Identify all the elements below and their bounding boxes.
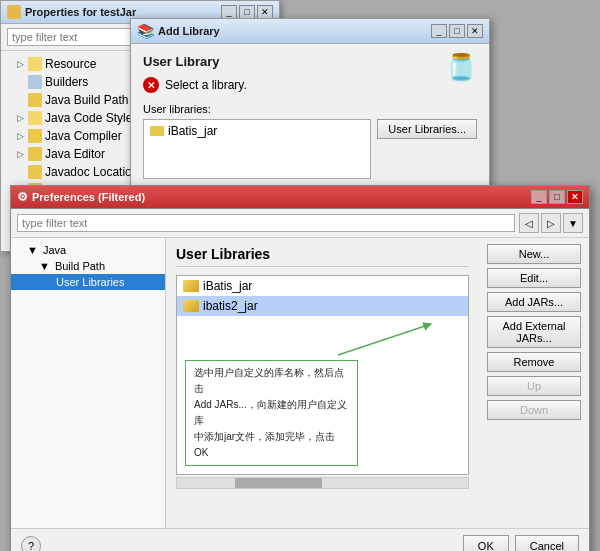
add-library-win-controls: _ □ ✕	[431, 24, 483, 38]
nav-forward-button[interactable]: ▷	[541, 213, 561, 233]
add-library-section-title: User Library	[143, 54, 477, 69]
lib-item-ibatis2-jar-label: ibatis2_jar	[203, 299, 258, 313]
pref-maximize[interactable]: □	[549, 190, 565, 204]
add-external-jars-button[interactable]: Add External JARs...	[487, 316, 581, 348]
ibatis-jar-icon	[183, 280, 199, 292]
preferences-titlebar: ⚙ Preferences (Filtered) _ □ ✕	[11, 186, 589, 209]
add-library-titlebar: 📚 Add Library _ □ ✕	[131, 19, 489, 44]
help-button[interactable]: ?	[21, 536, 41, 551]
javadoc-location-icon	[28, 165, 42, 179]
jar-icon: 🫙	[445, 52, 477, 83]
remove-library-button[interactable]: Remove	[487, 352, 581, 372]
nav-dropdown-button[interactable]: ▼	[563, 213, 583, 233]
tree-label-resource: Resource	[45, 57, 96, 71]
add-library-list-item[interactable]: iBatis_jar	[146, 122, 368, 140]
add-library-title-text: Add Library	[158, 25, 220, 37]
resource-icon	[28, 57, 42, 71]
lib-item-ibatis2-jar[interactable]: ibatis2_jar	[177, 296, 468, 316]
pref-minimize[interactable]: _	[531, 190, 547, 204]
tree-label-java-build-path: Java Build Path	[45, 93, 128, 107]
add-library-minimize[interactable]: _	[431, 24, 447, 38]
maximize-button[interactable]: □	[239, 5, 255, 19]
add-library-list: iBatis_jar	[143, 119, 371, 179]
build-path-arrow: ▼	[39, 260, 50, 272]
java-arrow: ▼	[27, 244, 38, 256]
preferences-win-controls: _ □ ✕	[531, 190, 583, 204]
annotation-box: 选中用户自定义的库名称，然后点击 Add JARs...，向新建的用户自定义库 …	[185, 360, 358, 466]
lib-item-ibatis-jar[interactable]: iBatis_jar	[177, 276, 468, 296]
properties-icon	[7, 5, 21, 19]
add-library-title: 📚 Add Library	[137, 23, 220, 39]
error-icon: ✕	[143, 77, 159, 93]
add-library-maximize[interactable]: □	[449, 24, 465, 38]
tree-arrow-resource: ▷	[17, 59, 25, 69]
tree-label-javadoc-location: Javadoc Location	[45, 165, 138, 179]
add-library-title-icon: 📚	[137, 23, 154, 39]
up-library-button[interactable]: Up	[487, 376, 581, 396]
help-icon: ?	[28, 540, 34, 551]
pref-right-panel: User Libraries iBatis_jar ibatis2_jar 选中…	[166, 238, 589, 528]
pref-close[interactable]: ✕	[567, 190, 583, 204]
pref-tree-label-build-path: Build Path	[55, 260, 105, 272]
add-library-content: User Library 🫙 ✕ Select a library. User …	[131, 44, 489, 195]
pref-tree-label-user-libraries: User Libraries	[56, 276, 124, 288]
tree-label-java-code-style: Java Code Style	[45, 111, 132, 125]
pref-tree-item-build-path[interactable]: ▼ Build Path	[11, 258, 165, 274]
lib-list-item-label: iBatis_jar	[168, 124, 217, 138]
user-libraries-list: iBatis_jar ibatis2_jar 选中用户自定义的库名称，然后点击 …	[176, 275, 469, 475]
add-library-side-buttons: User Libraries...	[377, 119, 477, 185]
minimize-button[interactable]: _	[221, 5, 237, 19]
preferences-search-input[interactable]	[17, 214, 515, 232]
pref-tree-item-user-libraries[interactable]: User Libraries	[11, 274, 165, 290]
error-message: Select a library.	[165, 78, 247, 92]
ibatis2-jar-icon	[183, 300, 199, 312]
java-build-path-icon	[28, 93, 42, 107]
new-library-button[interactable]: New...	[487, 244, 581, 264]
java-compiler-icon	[28, 129, 42, 143]
close-button[interactable]: ✕	[257, 5, 273, 19]
lib-list-item-icon	[150, 126, 164, 136]
tree-label-java-compiler: Java Compiler	[45, 129, 122, 143]
h-scrollbar-track	[176, 477, 469, 489]
nav-back-button[interactable]: ◁	[519, 213, 539, 233]
preferences-search-bar: ◁ ▷ ▼	[11, 209, 589, 238]
java-code-style-icon	[28, 111, 42, 125]
footer-buttons: OK Cancel	[463, 535, 579, 551]
tree-label-builders: Builders	[45, 75, 88, 89]
pref-tree-item-java[interactable]: ▼ Java	[11, 242, 165, 258]
tree-label-java-editor: Java Editor	[45, 147, 105, 161]
pref-cancel-button[interactable]: Cancel	[515, 535, 579, 551]
user-libraries-button[interactable]: User Libraries...	[377, 119, 477, 139]
properties-title-text: Properties for testJar	[25, 6, 136, 18]
properties-title: Properties for testJar	[7, 5, 136, 19]
builders-icon	[28, 75, 42, 89]
add-library-close[interactable]: ✕	[467, 24, 483, 38]
properties-win-controls: _ □ ✕	[221, 5, 273, 19]
preferences-content: User Libraries iBatis_jar ibatis2_jar 选中…	[166, 238, 479, 528]
pref-action-buttons: New... Edit... Add JARs... Add External …	[479, 238, 589, 528]
preferences-footer: ? OK Cancel	[11, 528, 589, 551]
down-library-button[interactable]: Down	[487, 400, 581, 420]
pref-tree-label-java: Java	[43, 244, 66, 256]
preferences-title-icon: ⚙	[17, 190, 28, 204]
pref-hscrollbar[interactable]	[176, 477, 469, 489]
preferences-title-text: Preferences (Filtered)	[32, 191, 145, 203]
tree-arrow-java-code-style: ▷	[17, 113, 25, 123]
user-libraries-label: User libraries:	[143, 103, 477, 115]
annotation-area: 选中用户自定义的库名称，然后点击 Add JARs...，向新建的用户自定义库 …	[185, 360, 358, 466]
pref-ok-button[interactable]: OK	[463, 535, 509, 551]
tree-arrow-java-compiler: ▷	[17, 131, 25, 141]
h-scrollbar-thumb	[235, 478, 322, 488]
lib-item-ibatis-jar-label: iBatis_jar	[203, 279, 252, 293]
annotation-arrow-svg	[338, 315, 458, 365]
preferences-title: ⚙ Preferences (Filtered)	[17, 190, 145, 204]
pref-section-title: User Libraries	[176, 246, 469, 267]
preferences-window: ⚙ Preferences (Filtered) _ □ ✕ ◁ ▷ ▼ ▼ J…	[10, 185, 590, 551]
error-row: ✕ Select a library.	[143, 77, 477, 93]
add-jars-button[interactable]: Add JARs...	[487, 292, 581, 312]
java-editor-icon	[28, 147, 42, 161]
annotation-text: 选中用户自定义的库名称，然后点击 Add JARs...，向新建的用户自定义库 …	[194, 367, 347, 458]
pref-nav-arrows: ◁ ▷ ▼	[519, 213, 583, 233]
edit-library-button[interactable]: Edit...	[487, 268, 581, 288]
preferences-body: ▼ Java ▼ Build Path User Libraries User …	[11, 238, 589, 528]
